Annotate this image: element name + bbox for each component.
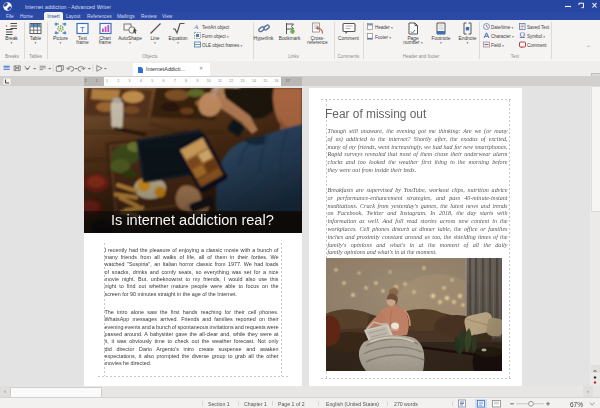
svg-text:67%: 67% — [570, 401, 583, 408]
svg-text:A: A — [194, 23, 199, 30]
svg-text:T: T — [80, 25, 85, 34]
svg-text:Ω: Ω — [520, 32, 526, 39]
